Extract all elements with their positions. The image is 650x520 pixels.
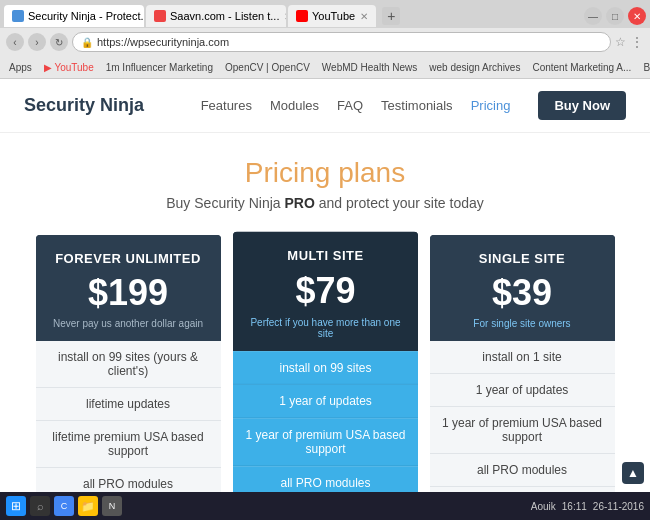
bookmark-webmd[interactable]: WebMD Health News	[319, 61, 420, 74]
nav-modules[interactable]: Modules	[270, 98, 319, 113]
bookmark-star[interactable]: ☆	[615, 35, 626, 49]
card-2-title: MULTI SITE	[245, 248, 406, 263]
card-3-header: SINGLE SITE $39 For single site owners	[430, 235, 615, 341]
card-1-price: $199	[48, 272, 209, 314]
nav-features[interactable]: Features	[201, 98, 252, 113]
bookmarks-bar: Apps ▶ YouTube 1m Influencer Marketing O…	[0, 56, 650, 78]
nav-pricing[interactable]: Pricing	[471, 98, 511, 113]
search-taskbar-btn[interactable]: ⌕	[30, 496, 50, 516]
card-3-price: $39	[442, 272, 603, 314]
site-logo: Security Ninja	[24, 95, 201, 116]
tab-favicon-1	[12, 10, 24, 22]
scroll-top-button[interactable]: ▲	[622, 462, 644, 484]
page-content: Security Ninja Features Modules FAQ Test…	[0, 79, 650, 520]
card-2-feature-3: 1 year of premium USA based support	[233, 418, 418, 466]
card-2-tagline: Perfect if you have more than one site	[245, 316, 406, 338]
nav-links: Features Modules FAQ Testimonials Pricin…	[201, 91, 626, 120]
extensions-btn[interactable]: ⋮	[630, 34, 644, 50]
tab-saavn[interactable]: Saavn.com - Listen t... ✕	[146, 5, 286, 27]
taskbar-notepad[interactable]: N	[102, 496, 122, 516]
pricing-section: Pricing plans Buy Security Ninja PRO and…	[0, 133, 650, 520]
nav-faq[interactable]: FAQ	[337, 98, 363, 113]
bookmark-apps[interactable]: Apps	[6, 61, 35, 74]
tab-bar: Security Ninja - Protect... ✕ Saavn.com …	[0, 0, 650, 28]
taskbar-right: Aouik 16:11 26-11-2016	[531, 501, 644, 512]
tab-close-2[interactable]: ✕	[284, 11, 286, 22]
lock-icon: 🔒	[81, 37, 93, 48]
card-3-feature-1: install on 1 site	[430, 341, 615, 374]
card-single-site: SINGLE SITE $39 For single site owners i…	[430, 235, 615, 520]
bookmark-barker[interactable]: BARKER | A New Yor...	[640, 61, 650, 74]
site-nav: Security Ninja Features Modules FAQ Test…	[0, 79, 650, 133]
address-bar: ‹ › ↻ 🔒 https://wpsecurityninja.com ☆ ⋮	[0, 28, 650, 56]
taskbar-date: 26-11-2016	[593, 501, 644, 512]
bookmark-opencv[interactable]: OpenCV | OpenCV	[222, 61, 313, 74]
tab-security-ninja[interactable]: Security Ninja - Protect... ✕	[4, 5, 144, 27]
browser-chrome: Security Ninja - Protect... ✕ Saavn.com …	[0, 0, 650, 79]
card-multi-site: MULTI SITE $79 Perfect if you have more …	[233, 232, 418, 520]
card-1-feature-2: lifetime updates	[36, 388, 221, 421]
card-1-title: FOREVER UNLIMITED	[48, 251, 209, 266]
back-btn[interactable]: ‹	[6, 33, 24, 51]
start-btn[interactable]: ⊞	[6, 496, 26, 516]
close-btn[interactable]: ✕	[628, 7, 646, 25]
url-bar[interactable]: 🔒 https://wpsecurityninja.com	[72, 32, 611, 52]
card-1-feature-3: lifetime premium USA based support	[36, 421, 221, 468]
tab-close-3[interactable]: ✕	[360, 11, 368, 22]
refresh-btn[interactable]: ↻	[50, 33, 68, 51]
bookmark-youtube[interactable]: ▶ YouTube	[41, 61, 97, 74]
pricing-title: Pricing plans	[20, 157, 630, 189]
pricing-subtitle: Buy Security Ninja PRO and protect your …	[20, 195, 630, 211]
card-2-feature-2: 1 year of updates	[233, 385, 418, 419]
buy-now-button[interactable]: Buy Now	[538, 91, 626, 120]
bookmark-content[interactable]: Content Marketing A...	[529, 61, 634, 74]
forward-btn[interactable]: ›	[28, 33, 46, 51]
card-3-feature-3: 1 year of premium USA based support	[430, 407, 615, 454]
minimize-btn[interactable]: —	[584, 7, 602, 25]
taskbar-files[interactable]: 📁	[78, 496, 98, 516]
nav-testimonials[interactable]: Testimonials	[381, 98, 453, 113]
tab-favicon-2	[154, 10, 166, 22]
maximize-btn[interactable]: □	[606, 7, 624, 25]
tab-favicon-3	[296, 10, 308, 22]
card-3-feature-2: 1 year of updates	[430, 374, 615, 407]
taskbar-chrome[interactable]: C	[54, 496, 74, 516]
card-3-feature-4: all PRO modules	[430, 454, 615, 487]
card-1-tagline: Never pay us another dollar again	[48, 318, 209, 329]
card-3-title: SINGLE SITE	[442, 251, 603, 266]
card-2-feature-1: install on 99 sites	[233, 351, 418, 385]
taskbar-user: Aouik	[531, 501, 556, 512]
card-1-feature-1: install on 99 sites (yours & client's)	[36, 341, 221, 388]
card-2-header: MULTI SITE $79 Perfect if you have more …	[233, 232, 418, 351]
bookmark-webdesign[interactable]: web design Archives	[426, 61, 523, 74]
card-2-price: $79	[245, 270, 406, 313]
card-1-header: FOREVER UNLIMITED $199 Never pay us anot…	[36, 235, 221, 341]
card-3-tagline: For single site owners	[442, 318, 603, 329]
taskbar-time: 16:11	[562, 501, 587, 512]
bookmark-influencer[interactable]: 1m Influencer Marketing	[103, 61, 216, 74]
card-forever-unlimited: FOREVER UNLIMITED $199 Never pay us anot…	[36, 235, 221, 520]
new-tab-btn[interactable]: +	[382, 7, 400, 25]
taskbar: ⊞ ⌕ C 📁 N Aouik 16:11 26-11-2016	[0, 492, 650, 520]
tab-youtube[interactable]: YouTube ✕	[288, 5, 376, 27]
pricing-cards: FOREVER UNLIMITED $199 Never pay us anot…	[20, 235, 630, 520]
